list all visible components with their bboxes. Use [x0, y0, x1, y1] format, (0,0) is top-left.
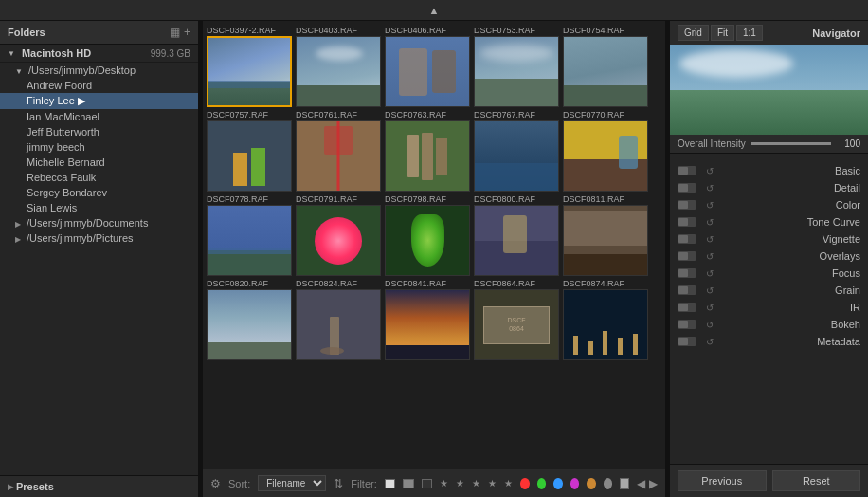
tool-refresh-metadata[interactable]: ↺ — [706, 337, 714, 347]
folder-jimmy[interactable]: jimmy beech — [0, 139, 198, 155]
filter-color-orange[interactable] — [587, 478, 595, 489]
grid-icon[interactable]: ▦ — [170, 26, 180, 39]
folder-sergey[interactable]: Sergey Bondarev — [0, 185, 198, 200]
reset-button[interactable]: Reset — [772, 470, 861, 491]
view-grid-btn[interactable]: Grid — [678, 25, 709, 41]
tool-row-detail[interactable]: ↺ Detail — [670, 179, 868, 196]
top-bar-tab[interactable]: ▲ — [418, 3, 451, 18]
tool-refresh-detail[interactable]: ↺ — [706, 183, 714, 193]
tool-refresh-focus[interactable]: ↺ — [706, 268, 714, 279]
tool-refresh-tonecurve[interactable]: ↺ — [706, 217, 714, 228]
folder-sian[interactable]: Sian Lewis — [0, 200, 198, 215]
photo-thumb-p12[interactable]: DSCF0791.RAF — [296, 193, 383, 276]
filter-color-red[interactable] — [520, 478, 529, 489]
folder-jeff[interactable]: Jeff Butterworth — [0, 124, 198, 139]
photo-thumb-p16[interactable]: DSCF0820.RAF — [207, 278, 294, 360]
sort-direction-icon[interactable]: ⇅ — [334, 477, 343, 490]
filter-flag-gray[interactable] — [403, 479, 413, 488]
filter-color-gray[interactable] — [604, 478, 612, 489]
tool-row-ir[interactable]: ↺ IR — [670, 299, 868, 316]
presets-expand-icon: ▶ — [8, 483, 13, 491]
photo-thumb-p5[interactable]: DSCF0754.RAF — [563, 25, 650, 107]
filter-flag-white[interactable] — [385, 479, 395, 488]
next-page-arrow[interactable]: ▶ — [649, 477, 658, 490]
star-filter-4[interactable]: ★ — [488, 478, 497, 488]
photo-thumb-p9[interactable]: DSCF0767.RAF — [474, 109, 561, 192]
folder-andrew[interactable]: Andrew Foord — [0, 78, 198, 93]
tool-row-focus[interactable]: ↺ Focus — [670, 265, 868, 282]
photo-thumb-p19[interactable]: DSCF0864.RAF DSCF0864 — [474, 278, 561, 360]
folder-desktop[interactable]: ▼ /Users/jimmyb/Desktop — [0, 63, 198, 78]
folder-finley[interactable]: Finley Lee ▶ — [0, 93, 198, 109]
view-ratio-btn[interactable]: 1:1 — [736, 25, 763, 41]
tool-refresh-vignette[interactable]: ↺ — [706, 234, 714, 245]
tool-refresh-color[interactable]: ↺ — [706, 200, 714, 211]
tool-row-color[interactable]: ↺ Color — [670, 196, 868, 213]
photo-thumb-p18[interactable]: DSCF0841.RAF — [385, 278, 472, 360]
star-filter-2[interactable]: ★ — [456, 478, 464, 488]
previous-button[interactable]: Previous — [678, 470, 767, 491]
tool-refresh-bokeh[interactable]: ↺ — [706, 320, 714, 330]
photo-thumb-p7[interactable]: DSCF0761.RAF — [296, 109, 383, 192]
photo-thumb-p3[interactable]: DSCF0406.RAF — [385, 25, 472, 107]
settings-icon[interactable]: ⚙ — [210, 477, 221, 490]
intensity-slider[interactable] — [751, 142, 831, 145]
tool-row-tonecurve[interactable]: ↺ Tone Curve — [670, 213, 868, 230]
filter-color-white-sq[interactable] — [620, 478, 629, 489]
photo-label-p18: DSCF0841.RAF — [385, 278, 472, 289]
star-filter-5[interactable]: ★ — [504, 478, 513, 488]
add-icon[interactable]: + — [184, 26, 190, 39]
folder-documents[interactable]: ▶ /Users/jimmyb/Documents — [0, 215, 198, 230]
photo-thumb-p17[interactable]: DSCF0824.RAF — [296, 278, 383, 360]
folder-rebecca[interactable]: Rebecca Faulk — [0, 170, 198, 185]
photo-thumb-p10[interactable]: DSCF0770.RAF — [563, 109, 650, 192]
presets-header[interactable]: ▶ Presets — [0, 476, 198, 497]
tool-row-grain[interactable]: ↺ Grain — [670, 282, 868, 299]
filter-color-purple[interactable] — [570, 478, 579, 489]
tool-name-metadata: Metadata — [714, 336, 860, 347]
star-filter-1[interactable]: ★ — [440, 478, 448, 488]
photo-label-p8: DSCF0763.RAF — [385, 109, 472, 120]
tool-row-basic[interactable]: ↺ Basic — [670, 162, 868, 179]
folder-pictures[interactable]: ▶ /Users/jimmyb/Pictures — [0, 230, 198, 246]
tool-row-bokeh[interactable]: ↺ Bokeh — [670, 316, 868, 333]
photo-row-2: DSCF0778.RAF DSCF0791.RAF — [207, 193, 661, 276]
tool-row-vignette[interactable]: ↺ Vignette — [670, 230, 868, 248]
photo-label-p10: DSCF0770.RAF — [563, 109, 650, 120]
filter-color-green[interactable] — [537, 478, 546, 489]
photo-thumb-p13[interactable]: DSCF0798.RAF — [385, 193, 472, 276]
prev-page-arrow[interactable]: ◀ — [637, 477, 645, 490]
tool-refresh-ir[interactable]: ↺ — [706, 303, 714, 313]
photo-thumb-p8[interactable]: DSCF0763.RAF — [385, 109, 472, 192]
photo-thumb-p15[interactable]: DSCF0811.RAF — [563, 193, 650, 276]
center-panel: DSCF0397-2.RAF DSCF0403.RAF — [203, 21, 665, 497]
photo-thumb-p20[interactable]: DSCF0874.RAF — [563, 278, 650, 360]
tool-toggle-ir — [678, 303, 696, 312]
tool-refresh-grain[interactable]: ↺ — [706, 285, 714, 296]
photo-label-p19: DSCF0864.RAF — [474, 278, 561, 289]
tool-row-overlays[interactable]: ↺ Overlays — [670, 248, 868, 265]
tool-toggle-tonecurve — [678, 217, 696, 227]
folder-ian[interactable]: Ian MacMichael — [0, 109, 198, 124]
tool-refresh-overlays[interactable]: ↺ — [706, 251, 714, 262]
photo-thumb-p6[interactable]: DSCF0757.RAF — [207, 109, 294, 192]
photo-thumb-p14[interactable]: DSCF0800.RAF — [474, 193, 561, 276]
sort-select[interactable]: Filename Date Rating — [258, 475, 326, 491]
macintosh-hd-row[interactable]: ▼ Macintosh HD 999.3 GB — [0, 45, 198, 63]
view-fit-btn[interactable]: Fit — [711, 25, 734, 41]
tool-name-focus: Focus — [714, 267, 860, 279]
folder-michelle[interactable]: Michelle Bernard — [0, 155, 198, 170]
photo-thumb-p4[interactable]: DSCF0753.RAF — [474, 25, 561, 107]
folders-section[interactable]: ▼ Macintosh HD 999.3 GB ▼ /Users/jimmyb/… — [0, 45, 198, 475]
filter-color-blue[interactable] — [553, 478, 562, 489]
tool-row-metadata[interactable]: ↺ Metadata — [670, 333, 868, 350]
photo-thumb-p1[interactable]: DSCF0397-2.RAF — [207, 25, 294, 107]
tool-name-detail: Detail — [714, 182, 860, 193]
photo-thumb-p11[interactable]: DSCF0778.RAF — [207, 193, 294, 276]
star-filter-3[interactable]: ★ — [472, 478, 480, 488]
tool-refresh-basic[interactable]: ↺ — [706, 166, 714, 176]
photo-label-p12: DSCF0791.RAF — [296, 193, 383, 205]
filter-flag-black[interactable] — [422, 479, 432, 488]
photo-thumb-p2[interactable]: DSCF0403.RAF — [296, 25, 383, 107]
navigator-label: Navigator — [812, 28, 860, 39]
